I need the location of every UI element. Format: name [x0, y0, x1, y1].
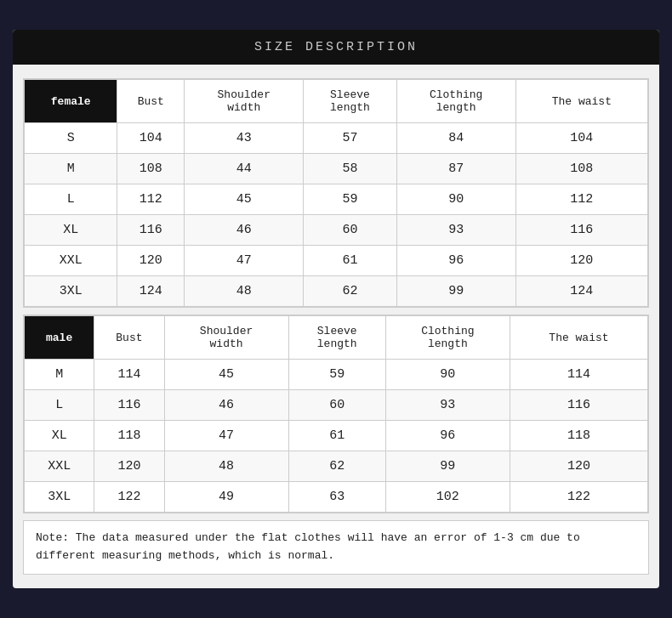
cell-value: 118 [94, 421, 164, 451]
cell-value: 59 [304, 184, 396, 215]
cell-value: 116 [94, 390, 164, 421]
cell-value: 108 [515, 154, 647, 184]
cell-value: 46 [164, 390, 288, 421]
male-col-bust: Bust [94, 316, 164, 360]
cell-value: 62 [304, 276, 396, 307]
cell-value: 120 [515, 246, 647, 276]
cell-value: 90 [396, 184, 515, 215]
male-label: male [25, 316, 94, 360]
cell-value: 116 [510, 390, 647, 421]
cell-value: 84 [396, 123, 515, 154]
cell-value: 44 [185, 154, 304, 184]
female-table: female Bust Shoulderwidth Sleevelength C… [24, 79, 648, 307]
female-table-section: female Bust Shoulderwidth Sleevelength C… [23, 78, 649, 308]
cell-value: 60 [304, 215, 396, 246]
cell-value: 122 [510, 482, 647, 513]
cell-value: 61 [304, 246, 396, 276]
size-label: 3XL [25, 482, 94, 513]
table-row: XL118476196118 [25, 421, 648, 451]
table-row: XXL120486299120 [25, 451, 648, 482]
table-row: XXL120476196120 [25, 246, 648, 276]
cell-value: 59 [288, 360, 385, 390]
cell-value: 43 [185, 123, 304, 154]
cell-value: 93 [385, 390, 510, 421]
cell-value: 102 [385, 482, 510, 513]
cell-value: 120 [94, 451, 164, 482]
cell-value: 114 [510, 360, 647, 390]
table-row: 3XL1224963102122 [25, 482, 648, 513]
female-col-bust: Bust [117, 80, 185, 123]
size-label: XL [25, 421, 94, 451]
female-col-clothing: Clothinglength [396, 80, 515, 123]
male-table: male Bust Shoulderwidth Sleevelength Clo… [24, 315, 648, 513]
cell-value: 114 [94, 360, 164, 390]
cell-value: 120 [117, 246, 185, 276]
cell-value: 58 [304, 154, 396, 184]
cell-value: 112 [117, 184, 185, 215]
size-label: L [25, 184, 117, 215]
cell-value: 108 [117, 154, 185, 184]
male-col-sleeve: Sleevelength [288, 316, 385, 360]
size-label: 3XL [25, 276, 117, 307]
cell-value: 60 [288, 390, 385, 421]
table-row: M114455990114 [25, 360, 648, 390]
female-col-shoulder: Shoulderwidth [185, 80, 304, 123]
female-col-sleeve: Sleevelength [304, 80, 396, 123]
cell-value: 90 [385, 360, 510, 390]
cell-value: 45 [185, 184, 304, 215]
cell-value: 99 [396, 276, 515, 307]
size-label: M [25, 154, 117, 184]
cell-value: 99 [385, 451, 510, 482]
cell-value: 47 [185, 246, 304, 276]
cell-value: 122 [94, 482, 164, 513]
cell-value: 61 [288, 421, 385, 451]
cell-value: 116 [117, 215, 185, 246]
cell-value: 49 [164, 482, 288, 513]
cell-value: 48 [164, 451, 288, 482]
male-col-waist: The waist [510, 316, 647, 360]
table-row: 3XL124486299124 [25, 276, 648, 307]
cell-value: 118 [510, 421, 647, 451]
cell-value: 96 [385, 421, 510, 451]
male-col-shoulder: Shoulderwidth [164, 316, 288, 360]
size-label: XL [25, 215, 117, 246]
cell-value: 104 [515, 123, 647, 154]
female-label: female [25, 80, 117, 123]
table-row: XL116466093116 [25, 215, 648, 246]
male-col-clothing: Clothinglength [385, 316, 510, 360]
size-label: M [25, 360, 94, 390]
cell-value: 48 [185, 276, 304, 307]
table-row: L112455990112 [25, 184, 648, 215]
cell-value: 57 [304, 123, 396, 154]
cell-value: 87 [396, 154, 515, 184]
cell-value: 120 [510, 451, 647, 482]
male-table-section: male Bust Shoulderwidth Sleevelength Clo… [23, 315, 649, 513]
size-label: XXL [25, 246, 117, 276]
cell-value: 93 [396, 215, 515, 246]
table-row: M108445887108 [25, 154, 648, 184]
cell-value: 124 [515, 276, 647, 307]
female-col-waist: The waist [515, 80, 647, 123]
cell-value: 62 [288, 451, 385, 482]
cell-value: 47 [164, 421, 288, 451]
note-text: Note: The data measured under the flat c… [36, 531, 580, 562]
cell-value: 63 [288, 482, 385, 513]
page-title: SIZE DESCRIPTION [13, 30, 659, 65]
size-label: S [25, 123, 117, 154]
cell-value: 112 [515, 184, 647, 215]
cell-value: 116 [515, 215, 647, 246]
table-row: S104435784104 [25, 123, 648, 154]
table-row: L116466093116 [25, 390, 648, 421]
cell-value: 96 [396, 246, 515, 276]
size-label: XXL [25, 451, 94, 482]
note-section: Note: The data measured under the flat c… [23, 520, 649, 575]
cell-value: 46 [185, 215, 304, 246]
cell-value: 45 [164, 360, 288, 390]
size-label: L [25, 390, 94, 421]
cell-value: 104 [117, 123, 185, 154]
cell-value: 124 [117, 276, 185, 307]
main-container: SIZE DESCRIPTION female Bust Shoulderwid… [13, 30, 659, 588]
